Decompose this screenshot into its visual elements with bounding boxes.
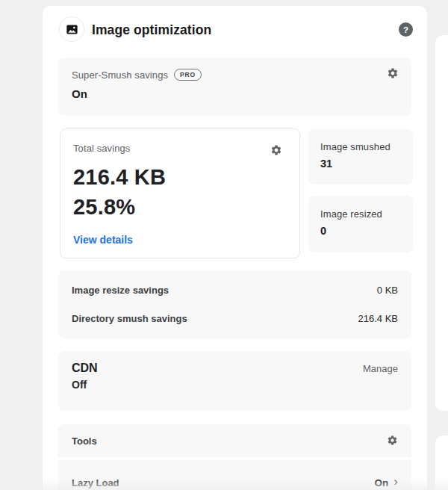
image-optimization-widget: Image optimization ? Super-Smush savings… (43, 6, 427, 490)
savings-breakdown-card: Image resize savings 0 KB Directory smus… (58, 270, 411, 338)
tools-settings-gear-icon[interactable] (387, 435, 398, 446)
dashboard-page: Image optimization ? Super-Smush savings… (0, 0, 448, 490)
image-smushed-card: Image smushed 31 (308, 129, 413, 184)
super-smush-settings-gear-icon[interactable] (387, 67, 399, 79)
image-smushed-label: Image smushed (320, 141, 401, 152)
cdn-label: CDN (72, 362, 398, 375)
cdn-card: CDN Off Manage (58, 351, 411, 411)
resize-savings-value: 0 KB (377, 285, 398, 296)
total-savings-settings-gear-icon[interactable] (270, 144, 282, 156)
tools-label: Tools (72, 435, 97, 447)
adjacent-widget-partial-top (435, 35, 448, 411)
total-savings-label: Total savings (73, 143, 287, 154)
table-row: Directory smush savings 216.4 KB (72, 313, 398, 324)
image-resized-label: Image resized (320, 208, 401, 220)
image-icon (59, 16, 84, 42)
directory-savings-value: 216.4 KB (358, 313, 399, 324)
lazy-load-status: On (375, 477, 389, 489)
page-title: Image optimization (92, 22, 211, 38)
table-row: Image resize savings 0 KB (72, 285, 398, 296)
super-smush-card: Super-Smush savings PRO On (58, 58, 411, 116)
cdn-status: Off (72, 379, 398, 391)
image-resized-value: 0 (320, 225, 401, 237)
image-resized-card: Image resized 0 (308, 196, 413, 252)
super-smush-status: On (72, 87, 398, 100)
directory-savings-label: Directory smush savings (72, 313, 187, 324)
help-icon[interactable]: ? (399, 22, 413, 37)
resize-savings-label: Image resize savings (72, 285, 169, 296)
adjacent-widget-partial-bottom (435, 435, 448, 490)
view-details-link[interactable]: View details (73, 234, 133, 246)
cdn-manage-link[interactable]: Manage (363, 363, 398, 374)
lazy-load-row[interactable]: Lazy Load On › (58, 460, 411, 490)
tools-header: Tools (58, 424, 411, 457)
super-smush-label: Super-Smush savings (72, 69, 168, 81)
total-savings-card: Total savings 216.4 KB 25.8% View detail… (60, 128, 300, 258)
total-savings-kb: 216.4 KB (73, 162, 287, 192)
total-savings-percent: 25.8% (73, 192, 287, 222)
pro-badge: PRO (174, 69, 202, 81)
chevron-right-icon: › (393, 477, 398, 487)
lazy-load-label: Lazy Load (72, 477, 119, 489)
image-smushed-value: 31 (320, 158, 401, 170)
